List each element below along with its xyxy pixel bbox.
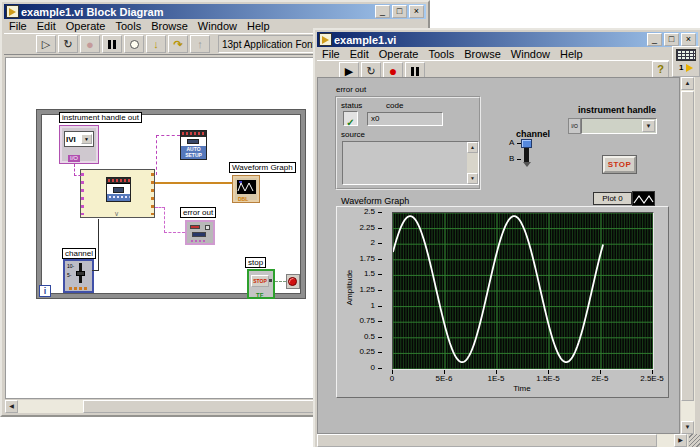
help-button[interactable]: ? — [652, 61, 669, 78]
bd-minimize-button[interactable]: _ — [375, 5, 390, 18]
fp-maximize-button[interactable]: □ — [664, 33, 679, 46]
instrument-handle-wire[interactable] — [74, 175, 81, 176]
y-tick-mark — [378, 321, 382, 322]
labview-app-icon — [6, 5, 19, 18]
waveform-graph-terminal-label[interactable]: Waveform Graph — [229, 162, 296, 173]
source-label: source — [341, 130, 365, 139]
bd-menu-window[interactable]: Window — [193, 20, 242, 32]
pause-button[interactable] — [102, 35, 122, 53]
fp-vertical-scrollbar[interactable]: ▲ ▼ — [681, 77, 695, 434]
acquire-vi-icon — [106, 177, 131, 202]
bd-menu-help[interactable]: Help — [242, 20, 275, 32]
bd-hscroll-thumb[interactable] — [83, 400, 315, 413]
fp-menu-operate[interactable]: Operate — [374, 48, 424, 60]
stop-terminal-label[interactable]: stop — [245, 257, 266, 268]
fp-titlebar[interactable]: example1.vi _ □ × — [317, 32, 698, 47]
plot-legend-sample[interactable] — [632, 191, 655, 206]
x-tick-label: 2.5E-5 — [637, 374, 667, 383]
channel-wire[interactable] — [92, 270, 99, 271]
run-continuous-button[interactable]: ↻ — [58, 35, 78, 53]
step-over-icon[interactable]: ↷ — [168, 35, 188, 53]
plot-area[interactable] — [392, 212, 654, 370]
y-tick-mark — [378, 259, 382, 260]
fp-menu-file[interactable]: File — [317, 48, 345, 60]
instrument-handle-out-terminal[interactable]: IVI ▼ I/O — [59, 125, 99, 164]
scroll-up-icon[interactable]: ▲ — [467, 142, 478, 153]
scroll-right-icon[interactable]: ▶ — [674, 434, 687, 447]
channel-tick-b: B — [509, 154, 514, 163]
waveform-graph-widget[interactable]: 00.250.50.7511.251.51.7522.252.5 05E-61E… — [336, 206, 669, 398]
source-scrollbar[interactable]: ▲ ▼ — [467, 142, 478, 184]
plot-legend-label[interactable]: Plot 0 — [593, 192, 632, 205]
bd-menu-file[interactable]: File — [4, 20, 32, 32]
fp-vscroll-thumb[interactable] — [681, 91, 694, 401]
bd-titlebar[interactable]: example1.vi Block Diagram _ □ × — [4, 4, 426, 19]
fp-menu-browse[interactable]: Browse — [459, 48, 506, 60]
checkmark-icon: ✓ — [346, 117, 354, 128]
y-tick-mark — [378, 228, 382, 229]
error-out-terminal-label[interactable]: error out — [180, 207, 216, 218]
font-selector-value: 13pt Application Font — [222, 39, 315, 50]
fp-menu-edit[interactable]: Edit — [345, 48, 374, 60]
code-label: code — [386, 101, 403, 110]
bd-menu-tools[interactable]: Tools — [110, 20, 146, 32]
x-tick-mark — [392, 370, 393, 374]
fp-horizontal-scrollbar[interactable]: ▶ — [317, 434, 688, 447]
channel-slider-handle[interactable] — [521, 139, 532, 148]
error-out-terminal[interactable] — [185, 220, 215, 245]
ivi-text: IVI — [66, 135, 76, 144]
y-tick-mark — [378, 212, 382, 213]
auto-setup-vi-icon[interactable]: AUTO SETUP — [180, 130, 207, 160]
channel-tick-b-mark — [517, 159, 521, 160]
scroll-up-icon[interactable]: ▲ — [681, 77, 694, 90]
status-checkbox[interactable]: ✓ — [343, 111, 358, 126]
auto-setup-wire[interactable] — [156, 135, 157, 175]
waveform-graph-terminal[interactable]: DBL — [232, 175, 260, 203]
bd-menu-edit[interactable]: Edit — [32, 20, 61, 32]
x-tick-mark — [444, 370, 445, 374]
combo-dropdown-icon[interactable]: ▼ — [642, 120, 655, 132]
window-resize-grip[interactable] — [689, 434, 700, 447]
loop-condition-terminal[interactable] — [286, 274, 300, 289]
fp-panel-area[interactable]: error out status ✓ code x0 source ▲ ▼ ch… — [317, 77, 680, 434]
code-field[interactable]: x0 — [367, 112, 443, 126]
highlight-execution-icon[interactable] — [124, 35, 144, 53]
abort-button[interactable]: ● — [80, 35, 100, 53]
bd-menu-operate[interactable]: Operate — [61, 20, 111, 32]
acquire-vi-node[interactable]: ∨ — [80, 169, 155, 218]
channel-wire[interactable] — [98, 219, 99, 270]
fp-menu-tools[interactable]: Tools — [423, 48, 459, 60]
step-into-icon[interactable]: ↓ — [146, 35, 166, 53]
fp-hscroll-thumb[interactable] — [317, 434, 657, 447]
fp-close-button[interactable]: × — [681, 33, 696, 46]
loop-iteration-terminal[interactable]: i — [39, 285, 51, 297]
bd-close-button[interactable]: × — [409, 5, 424, 18]
channel-terminal-label[interactable]: channel — [62, 248, 96, 259]
auto-setup-wire[interactable] — [156, 135, 180, 136]
scroll-down-icon[interactable]: ▼ — [681, 421, 694, 434]
vi-connector-icon[interactable]: 1 — [672, 46, 700, 77]
scroll-down-icon[interactable]: ▼ — [467, 173, 478, 184]
fp-menu-window[interactable]: Window — [506, 48, 555, 60]
stop-boolean-wire[interactable] — [275, 281, 286, 282]
waveform-data-wire[interactable] — [155, 182, 232, 184]
fp-menu-help[interactable]: Help — [555, 48, 588, 60]
slider-tick-5: 5- — [67, 272, 71, 278]
run-button[interactable]: ▷ — [36, 35, 56, 53]
error-wire[interactable] — [164, 207, 165, 233]
stop-terminal[interactable]: STOP TF — [247, 269, 275, 299]
step-out-icon[interactable]: ↑ — [190, 35, 210, 53]
y-tick-mark — [378, 352, 382, 353]
channel-terminal[interactable]: 10- 5- — [63, 259, 94, 293]
fp-minimize-button[interactable]: _ — [647, 33, 662, 46]
instrument-handle-out-label[interactable]: instrument handle out — [59, 112, 142, 123]
bd-menu-browse[interactable]: Browse — [146, 20, 193, 32]
scroll-left-icon[interactable]: ◀ — [5, 400, 18, 413]
error-wire[interactable] — [164, 232, 185, 233]
x-tick-label: 5E-6 — [429, 374, 459, 383]
tf-type-tag: TF — [256, 292, 263, 298]
channel-slider-track[interactable] — [524, 148, 529, 163]
source-field[interactable]: ▲ ▼ — [342, 141, 479, 185]
stop-button[interactable]: STOP — [603, 156, 636, 173]
bd-maximize-button[interactable]: □ — [392, 5, 407, 18]
